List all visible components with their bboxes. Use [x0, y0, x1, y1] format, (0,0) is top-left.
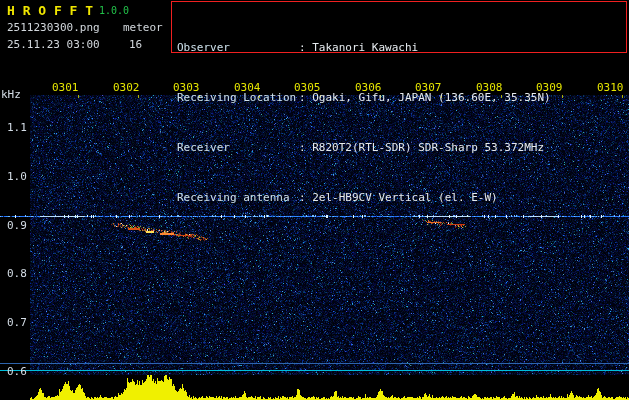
- time-label: 0303: [173, 81, 200, 94]
- freq-label: 1.0: [7, 170, 27, 183]
- info-row-antenna: Receiving antenna : 2el-HB9CV Vertical (…: [177, 192, 626, 204]
- echo-count: 16: [129, 38, 142, 51]
- time-label: 0310: [597, 81, 624, 94]
- time-label: 0302: [113, 81, 140, 94]
- info-row-receiver: Receiver : R820T2(RTL-SDR) SDR-Sharp 53.…: [177, 142, 626, 154]
- info-row-observer: Observer : Takanori Kawachi: [177, 42, 626, 54]
- info-label: Receiver: [177, 142, 299, 154]
- freq-label: 0.6: [7, 365, 27, 378]
- mode-label: meteor: [123, 21, 163, 34]
- freq-label: 0.8: [7, 267, 27, 280]
- observer-info-box: Observer : Takanori Kawachi Receiving Lo…: [171, 1, 627, 53]
- info-value: : 2el-HB9CV Vertical (el. E-W): [299, 192, 498, 204]
- freq-label: 0.9: [7, 219, 27, 232]
- info-value: : R820T2(RTL-SDR) SDR-Sharp 53.372MHz: [299, 142, 544, 154]
- info-value: : Takanori Kawachi: [299, 42, 418, 54]
- time-label: 0301: [52, 81, 79, 94]
- freq-label: 1.1: [7, 121, 27, 134]
- time-label: 0305: [294, 81, 321, 94]
- app-title: H R O F F T: [7, 3, 93, 18]
- app-version: 1.0.0: [99, 5, 129, 16]
- time-label: 0307: [415, 81, 442, 94]
- output-filename: 2511230300.png: [7, 21, 100, 34]
- time-label: 0309: [536, 81, 563, 94]
- time-label: 0304: [234, 81, 261, 94]
- time-label: 0308: [476, 81, 503, 94]
- freq-axis-unit: kHz: [1, 88, 21, 101]
- hrofft-output-window: H R O F F T 1.0.0 2511230300.png meteor …: [0, 0, 629, 400]
- info-label: Receiving antenna: [177, 192, 299, 204]
- observation-datetime: 25.11.23 03:00: [7, 38, 100, 51]
- freq-label: 0.7: [7, 316, 27, 329]
- info-label: Observer: [177, 42, 299, 54]
- time-label: 0306: [355, 81, 382, 94]
